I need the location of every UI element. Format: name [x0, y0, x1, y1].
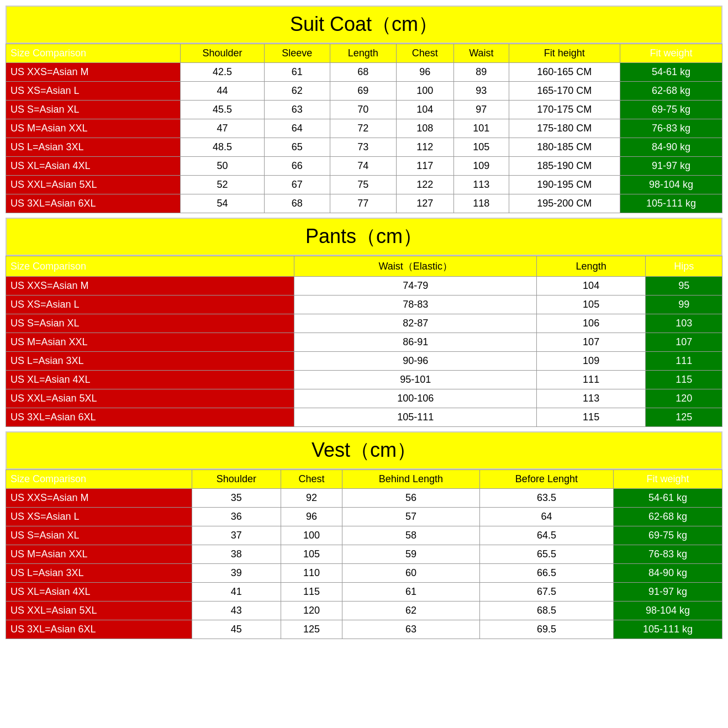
pants-body: US XXS=Asian M74-7910495US XS=Asian L78-… [6, 277, 722, 427]
suit-coat-header-row: Size Comparison Shoulder Sleeve Length C… [6, 44, 722, 63]
suit-coat-cell-3-0: US M=Asian XXL [6, 119, 181, 138]
pants-cell-0-0: US XXS=Asian M [6, 277, 294, 296]
suit-coat-cell-2-7: 69-75 kg [620, 101, 722, 119]
suit-coat-title: Suit Coat（cm） [6, 6, 722, 44]
suit-coat-cell-4-5: 105 [454, 138, 509, 157]
suit-coat-cell-4-6: 180-185 CM [509, 138, 620, 157]
vest-cell-7-3: 63 [342, 620, 480, 639]
suit-coat-cell-3-7: 76-83 kg [620, 119, 722, 138]
suit-coat-cell-0-1: 42.5 [181, 63, 264, 82]
suit-coat-cell-3-1: 47 [181, 119, 264, 138]
suit-coat-cell-0-2: 61 [264, 63, 330, 82]
table-row: US L=Asian 3XL391106066.584-90 kg [6, 564, 722, 583]
suit-coat-cell-3-5: 101 [454, 119, 509, 138]
vest-cell-6-5: 98-104 kg [614, 602, 722, 620]
suit-coat-cell-7-7: 105-111 kg [620, 194, 722, 213]
pants-cell-7-2: 115 [536, 408, 645, 427]
vest-table: Size Comparison Shoulder Chest Behind Le… [6, 469, 722, 639]
pants-cell-6-2: 113 [536, 389, 645, 408]
vest-cell-4-3: 60 [342, 564, 480, 583]
table-row: US XXS=Asian M42.561689689160-165 CM54-6… [6, 63, 722, 82]
vest-cell-2-3: 58 [342, 526, 480, 545]
pants-cell-6-3: 120 [646, 389, 722, 408]
table-row: US 3XL=Asian 6XL451256369.5105-111 kg [6, 620, 722, 639]
suit-coat-cell-6-3: 75 [330, 176, 397, 194]
pants-section: Pants（cm） Size Comparison Waist（Elastic）… [6, 218, 722, 427]
suit-coat-cell-1-3: 69 [330, 82, 397, 101]
pants-cell-7-1: 105-111 [294, 408, 537, 427]
table-row: US XL=Asian 4XL95-101111115 [6, 371, 722, 389]
suit-coat-section: Suit Coat（cm） Size Comparison Shoulder S… [6, 6, 722, 213]
vest-cell-5-4: 67.5 [479, 583, 614, 602]
vest-cell-7-1: 45 [192, 620, 281, 639]
suit-coat-cell-0-5: 89 [454, 63, 509, 82]
suit-coat-header-3: Length [330, 44, 397, 63]
pants-header-row: Size Comparison Waist（Elastic） Length Hi… [6, 256, 722, 277]
suit-coat-cell-3-6: 175-180 CM [509, 119, 620, 138]
suit-coat-cell-1-0: US XS=Asian L [6, 82, 181, 101]
table-row: US M=Asian XXL381055965.576-83 kg [6, 545, 722, 564]
suit-coat-cell-5-0: US XL=Asian 4XL [6, 157, 181, 176]
suit-coat-cell-6-6: 190-195 CM [509, 176, 620, 194]
vest-cell-4-4: 66.5 [479, 564, 614, 583]
table-row: US 3XL=Asian 6XL105-111115125 [6, 408, 722, 427]
vest-cell-6-2: 120 [281, 602, 342, 620]
vest-header-5: Fit weight [614, 470, 722, 489]
table-row: US XS=Asian L3696576462-68 kg [6, 508, 722, 526]
suit-coat-cell-7-5: 118 [454, 194, 509, 213]
suit-coat-header-7: Fit weight [620, 44, 722, 63]
suit-coat-cell-5-7: 91-97 kg [620, 157, 722, 176]
vest-cell-2-2: 100 [281, 526, 342, 545]
suit-coat-cell-6-1: 52 [181, 176, 264, 194]
vest-cell-3-3: 59 [342, 545, 480, 564]
vest-cell-7-5: 105-111 kg [614, 620, 722, 639]
suit-coat-cell-5-2: 66 [264, 157, 330, 176]
suit-coat-cell-1-2: 62 [264, 82, 330, 101]
table-row: US M=Asian XXL476472108101175-180 CM76-8… [6, 119, 722, 138]
vest-cell-4-1: 39 [192, 564, 281, 583]
vest-cell-4-0: US L=Asian 3XL [6, 564, 192, 583]
vest-cell-2-5: 69-75 kg [614, 526, 722, 545]
suit-coat-cell-1-4: 100 [396, 82, 454, 101]
pants-cell-6-1: 100-106 [294, 389, 537, 408]
suit-coat-cell-1-5: 93 [454, 82, 509, 101]
vest-cell-6-3: 62 [342, 602, 480, 620]
vest-header-2: Chest [281, 470, 342, 489]
table-row: US L=Asian 3XL90-96109111 [6, 352, 722, 371]
suit-coat-cell-5-4: 117 [396, 157, 454, 176]
suit-coat-cell-1-7: 62-68 kg [620, 82, 722, 101]
pants-cell-3-1: 86-91 [294, 333, 537, 352]
vest-cell-6-1: 43 [192, 602, 281, 620]
vest-cell-1-1: 36 [192, 508, 281, 526]
vest-body: US XXS=Asian M35925663.554-61 kgUS XS=As… [6, 489, 722, 639]
suit-coat-cell-0-6: 160-165 CM [509, 63, 620, 82]
suit-coat-table: Size Comparison Shoulder Sleeve Length C… [6, 44, 722, 213]
suit-coat-cell-6-5: 113 [454, 176, 509, 194]
pants-cell-3-2: 107 [536, 333, 645, 352]
pants-cell-1-1: 78-83 [294, 296, 537, 314]
pants-header-3: Hips [646, 256, 722, 277]
vest-cell-0-1: 35 [192, 489, 281, 508]
vest-cell-1-2: 96 [281, 508, 342, 526]
suit-coat-cell-2-4: 104 [396, 101, 454, 119]
suit-coat-cell-0-4: 96 [396, 63, 454, 82]
vest-title: Vest（cm） [6, 431, 722, 469]
vest-cell-7-0: US 3XL=Asian 6XL [6, 620, 192, 639]
vest-cell-1-5: 62-68 kg [614, 508, 722, 526]
table-row: US M=Asian XXL86-91107107 [6, 333, 722, 352]
pants-cell-1-3: 99 [646, 296, 722, 314]
table-row: US XXL=Asian 5XL431206268.598-104 kg [6, 602, 722, 620]
vest-cell-4-5: 84-90 kg [614, 564, 722, 583]
suit-coat-cell-2-1: 45.5 [181, 101, 264, 119]
suit-coat-cell-6-7: 98-104 kg [620, 176, 722, 194]
suit-coat-cell-4-7: 84-90 kg [620, 138, 722, 157]
suit-coat-cell-4-4: 112 [396, 138, 454, 157]
suit-coat-cell-3-3: 72 [330, 119, 397, 138]
vest-cell-2-0: US S=Asian XL [6, 526, 192, 545]
vest-header-4: Before Lenght [479, 470, 614, 489]
vest-cell-5-1: 41 [192, 583, 281, 602]
pants-cell-0-3: 95 [646, 277, 722, 296]
suit-coat-cell-0-3: 68 [330, 63, 397, 82]
table-row: US XL=Asian 4XL506674117109185-190 CM91-… [6, 157, 722, 176]
vest-cell-0-0: US XXS=Asian M [6, 489, 192, 508]
